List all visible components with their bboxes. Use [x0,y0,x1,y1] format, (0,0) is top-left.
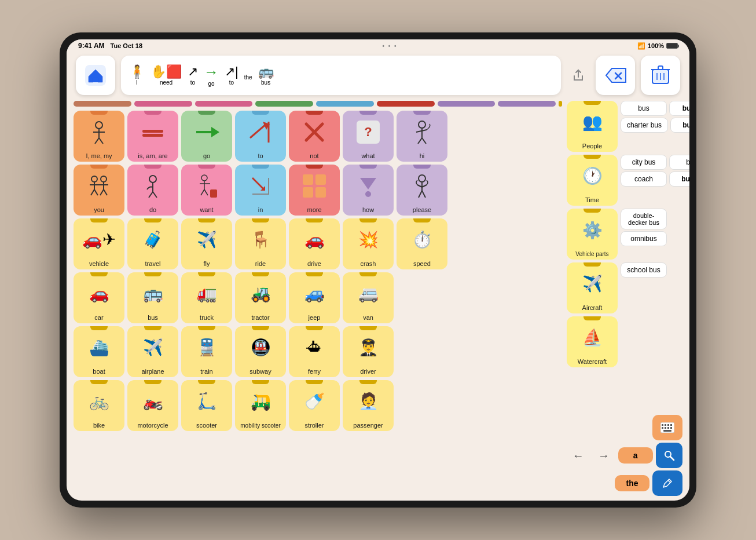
cell-not[interactable]: not [289,111,340,162]
cell-go[interactable]: go [181,111,232,162]
svg-line-16 [250,124,266,138]
svg-rect-65 [665,427,666,429]
svg-rect-1 [93,78,98,82]
svg-point-52 [365,191,371,197]
svg-rect-61 [665,424,666,426]
svg-rect-49 [303,187,313,198]
svg-rect-47 [303,174,313,185]
cell-passenger[interactable]: 🧑‍💼 passenger [343,380,394,431]
arrow-left-button[interactable]: ← [567,443,589,468]
cell-vehicle[interactable]: 🚗✈ vehicle [74,218,124,269]
word-btn-buses[interactable]: buses [669,101,689,116]
cell-i-me-my[interactable]: I, me, my [74,111,124,162]
cell-motorcycle[interactable]: 🏍️ motorcycle [127,380,178,431]
cell-you[interactable]: you [74,165,124,216]
svg-line-55 [417,185,422,187]
svg-line-70 [670,457,674,460]
cell-is-am-are[interactable]: is, am, are [127,111,178,162]
svg-point-39 [201,175,207,181]
word-btn-buses-apos[interactable]: buses' [670,118,689,133]
cell-van[interactable]: 🚐 van [343,272,394,323]
cell-ride[interactable]: 🪑 ride [235,218,286,269]
keyboard-icon [660,422,674,433]
cell-scooter[interactable]: 🛴 scooter [181,380,232,431]
battery-icon [666,43,678,49]
cell-more[interactable]: more [289,165,340,216]
word-btn-city-bus[interactable]: city bus [621,155,667,170]
svg-rect-3 [658,66,663,70]
sentence-word-the[interactable]: the [244,71,252,81]
sentence-word-to1[interactable]: ↗ to [188,65,198,86]
sentence-word-I[interactable]: 🧍 I [129,65,145,86]
word-btn-buses-apos2[interactable]: buses' [669,172,689,187]
grid-row-1: I, me, my is, am, are [74,111,562,162]
word-btn-double-decker[interactable]: double-decker bus [621,209,667,229]
cell-fly[interactable]: ✈️ fly [181,218,232,269]
cell-airplane[interactable]: ✈️ airplane [127,326,178,377]
cell-to[interactable]: to [235,111,286,162]
home-button[interactable] [76,56,115,95]
search-button[interactable] [656,443,682,468]
cell-subway[interactable]: 🚇 subway [235,326,286,377]
cell-watercraft[interactable]: ⛵ Watercraft [567,316,618,367]
cell-time[interactable]: 🕐 Time [567,155,618,206]
svg-point-31 [101,176,107,182]
cell-car[interactable]: 🚗 car [74,272,124,323]
grid-row-3: 🚗✈ vehicle 🧳 travel ✈️ fly [74,218,562,269]
pencil-button[interactable] [652,470,682,496]
sentence-word-need[interactable]: ✋🟥 need [151,65,182,86]
main-grid: I, me, my is, am, are [67,98,689,501]
word-btn-bus-apos[interactable]: bus' [669,155,689,170]
cell-truck[interactable]: 🚛 truck [181,272,232,323]
cell-speed[interactable]: ⏱️ speed [397,218,447,269]
chip-pencil-row: the [567,470,682,496]
cell-how[interactable]: how [343,165,394,216]
delete-word-button[interactable] [596,56,635,95]
cell-hi[interactable]: hi [397,111,447,162]
cell-crash[interactable]: 💥 crash [343,218,394,269]
word-btn-coach[interactable]: coach [621,172,667,187]
trash-button[interactable] [641,56,680,95]
arrow-right-button[interactable]: → [592,443,615,468]
trash-icon [651,65,670,86]
status-time: 9:41 AM [78,42,105,50]
chip-the[interactable]: the [615,475,649,491]
cell-want[interactable]: want [181,165,232,216]
cell-vehicle-parts[interactable]: ⚙️ Vehicle parts [567,209,618,260]
cell-driver[interactable]: 👨‍✈️ driver [343,326,394,377]
share-button[interactable] [567,64,590,87]
svg-rect-48 [315,174,326,185]
svg-line-45 [252,178,264,189]
cell-jeep[interactable]: 🚙 jeep [289,272,340,323]
cell-please[interactable]: please [397,165,447,216]
word-btn-charter-bus[interactable]: charter bus [621,118,668,133]
cell-ferry[interactable]: ⛴ ferry [289,326,340,377]
cell-in[interactable]: in [235,165,286,216]
word-btn-bus[interactable]: bus [621,101,667,116]
cell-bike[interactable]: 🚲 bike [74,380,124,431]
word-row-bus: bus buses [621,101,689,116]
svg-rect-62 [667,424,669,426]
cell-aircraft[interactable]: ✈️ Aircraft [567,262,618,313]
cell-travel[interactable]: 🧳 travel [127,218,178,269]
sentence-word-bus[interactable]: 🚌 bus [258,65,274,86]
cell-do[interactable]: do [127,165,178,216]
svg-rect-68 [663,430,671,432]
word-btn-school-bus[interactable]: school bus [621,262,667,278]
cell-mobility-scooter[interactable]: 🛺 mobility scooter [235,380,286,431]
chip-a[interactable]: a [618,447,653,464]
cell-train[interactable]: 🚆 train [181,326,232,377]
cell-drive[interactable]: 🚗 drive [289,218,340,269]
keyboard-button[interactable] [652,415,682,440]
cell-what[interactable]: ? what [343,111,394,162]
cell-boat[interactable]: ⛴️ boat [74,326,124,377]
word-btn-omnibus[interactable]: omnibus [621,231,667,246]
cell-bus[interactable]: 🚌 bus [127,272,178,323]
cell-tractor[interactable]: 🚜 tractor [235,272,286,323]
pencil-icon [662,478,673,488]
sentence-word-go[interactable]: → go [204,64,219,87]
sentence-word-to2[interactable]: ↗| to [225,65,238,86]
cell-people[interactable]: 👥 People [567,101,618,152]
svg-line-10 [95,138,99,144]
cell-stroller[interactable]: 🍼 stroller [289,380,340,431]
